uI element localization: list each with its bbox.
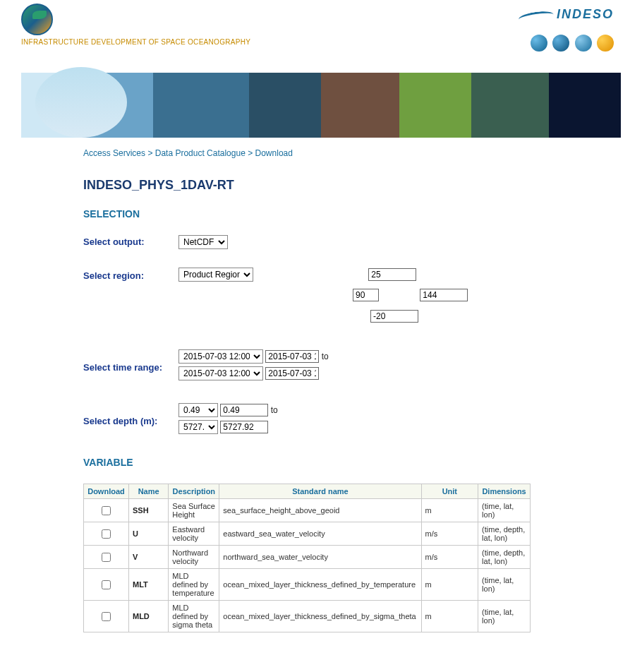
th-download: Download bbox=[84, 484, 129, 499]
time-start-select[interactable]: 2015-07-03 12:00:00 bbox=[178, 349, 263, 364]
download-checkbox[interactable] bbox=[102, 580, 111, 589]
time-start-input[interactable] bbox=[265, 350, 319, 363]
cell-dim: (time, lat, lon) bbox=[478, 569, 531, 601]
th-name: Name bbox=[128, 484, 168, 499]
row-time: Select time range: 2015-07-03 12:00:00 t… bbox=[83, 349, 621, 383]
cell-dim: (time, depth, lat, lon) bbox=[478, 546, 531, 569]
variable-table: Download Name Description Standard name … bbox=[83, 484, 531, 632]
section-variable: VARIABLE bbox=[83, 457, 621, 468]
download-checkbox[interactable] bbox=[102, 506, 111, 515]
table-row: UEastward velocityeastward_sea_water_vel… bbox=[84, 522, 531, 546]
cell-name: MLD bbox=[128, 601, 168, 632]
row-output: Select output: NetCDF bbox=[83, 235, 621, 249]
table-row: MLDMLD defined by sigma thetaocean_mixed… bbox=[84, 601, 531, 632]
cell-std: sea_surface_height_above_geoid bbox=[219, 499, 421, 522]
cell-desc: Northward velocity bbox=[169, 546, 219, 569]
section-selection: SELECTION bbox=[83, 208, 621, 220]
page-header: INFRASTRUCTURE DEVELOPMENT OF SPACE OCEA… bbox=[0, 0, 642, 67]
region-select[interactable]: Product Region bbox=[178, 268, 253, 282]
depth-to-label: to bbox=[271, 405, 278, 415]
depth-max-input[interactable] bbox=[220, 421, 268, 433]
cell-name: V bbox=[128, 546, 168, 569]
ministry-logo-icon bbox=[21, 4, 53, 35]
cell-unit: m/s bbox=[421, 546, 478, 569]
breadcrumb: Access Services > Data Product Catalogue… bbox=[83, 148, 621, 158]
cell-name: MLT bbox=[128, 569, 168, 601]
label-output: Select output: bbox=[83, 235, 178, 247]
region-east-input[interactable] bbox=[420, 289, 468, 301]
cell-unit: m bbox=[421, 569, 478, 601]
label-region: Select region: bbox=[83, 269, 178, 281]
th-unit: Unit bbox=[421, 484, 478, 499]
theme-icon-1[interactable] bbox=[531, 35, 547, 52]
swoosh-icon bbox=[518, 10, 554, 25]
cell-desc: Sea Surface Height bbox=[169, 499, 219, 522]
table-row: SSHSea Surface Heightsea_surface_height_… bbox=[84, 499, 531, 522]
page-title: INDESO_PHYS_1DAV-RT bbox=[83, 178, 621, 193]
cell-std: northward_sea_water_velocity bbox=[219, 546, 421, 569]
download-checkbox[interactable] bbox=[102, 612, 111, 621]
hero-banner bbox=[21, 73, 621, 138]
th-dim: Dimensions bbox=[478, 484, 531, 499]
cell-desc: MLD defined by sigma theta bbox=[169, 601, 219, 632]
cell-dim: (time, lat, lon) bbox=[478, 499, 531, 522]
cell-unit: m bbox=[421, 499, 478, 522]
tagline: INFRASTRUCTURE DEVELOPMENT OF SPACE OCEA… bbox=[21, 38, 250, 46]
breadcrumb-download[interactable]: Download bbox=[255, 148, 293, 158]
theme-icon-2[interactable] bbox=[552, 35, 569, 52]
depth-min-select[interactable]: 0.49 bbox=[178, 403, 218, 417]
output-select[interactable]: NetCDF bbox=[178, 235, 228, 249]
cell-std: ocean_mixed_layer_thickness_defined_by_s… bbox=[219, 601, 421, 632]
cell-dim: (time, depth, lat, lon) bbox=[478, 522, 531, 546]
th-desc: Description bbox=[169, 484, 219, 499]
theme-icon-4[interactable] bbox=[597, 35, 614, 52]
cell-std: ocean_mixed_layer_thickness_defined_by_t… bbox=[219, 569, 421, 601]
logo-left: INFRASTRUCTURE DEVELOPMENT OF SPACE OCEA… bbox=[21, 4, 250, 46]
download-checkbox[interactable] bbox=[102, 529, 111, 539]
cell-desc: Eastward velocity bbox=[169, 522, 219, 546]
region-west-input[interactable] bbox=[353, 289, 379, 301]
time-end-select[interactable]: 2015-07-03 12:00:00 bbox=[178, 366, 263, 380]
cell-desc: MLD defined by temperature bbox=[169, 569, 219, 601]
depth-min-input[interactable] bbox=[220, 404, 268, 416]
row-depth: Select depth (m): 0.49 to 5727.92 bbox=[83, 403, 621, 437]
time-end-input[interactable] bbox=[265, 367, 319, 380]
breadcrumb-access-services[interactable]: Access Services bbox=[83, 148, 145, 158]
cell-std: eastward_sea_water_velocity bbox=[219, 522, 421, 546]
breadcrumb-data-catalogue[interactable]: Data Product Catalogue bbox=[155, 148, 246, 158]
region-south-input[interactable] bbox=[370, 310, 418, 323]
table-row: VNorthward velocitynorthward_sea_water_v… bbox=[84, 546, 531, 569]
cell-unit: m bbox=[421, 601, 478, 632]
header-icons bbox=[519, 35, 614, 52]
time-to-label: to bbox=[322, 352, 329, 361]
cell-name: SSH bbox=[128, 499, 168, 522]
indeso-logo: INDESO bbox=[519, 7, 614, 22]
cell-name: U bbox=[128, 522, 168, 546]
cell-unit: m/s bbox=[421, 522, 478, 546]
th-std: Standard name bbox=[219, 484, 421, 499]
label-depth: Select depth (m): bbox=[83, 414, 178, 426]
download-checkbox[interactable] bbox=[102, 553, 111, 562]
depth-max-select[interactable]: 5727.92 bbox=[178, 420, 218, 434]
row-region: Select region: Product Region bbox=[83, 269, 621, 330]
table-row: MLTMLD defined by temperatureocean_mixed… bbox=[84, 569, 531, 601]
theme-icon-3[interactable] bbox=[575, 35, 592, 52]
tagline-blue: INFRASTRUCTURE DEVELOPMENT bbox=[21, 38, 147, 46]
header-right: INDESO bbox=[519, 7, 614, 52]
tagline-gold: OF SPACE OCEANOGRAPHY bbox=[149, 38, 250, 46]
label-time: Select time range: bbox=[83, 361, 178, 373]
cell-dim: (time, lat, lon) bbox=[478, 601, 531, 632]
region-north-input[interactable] bbox=[368, 268, 416, 281]
